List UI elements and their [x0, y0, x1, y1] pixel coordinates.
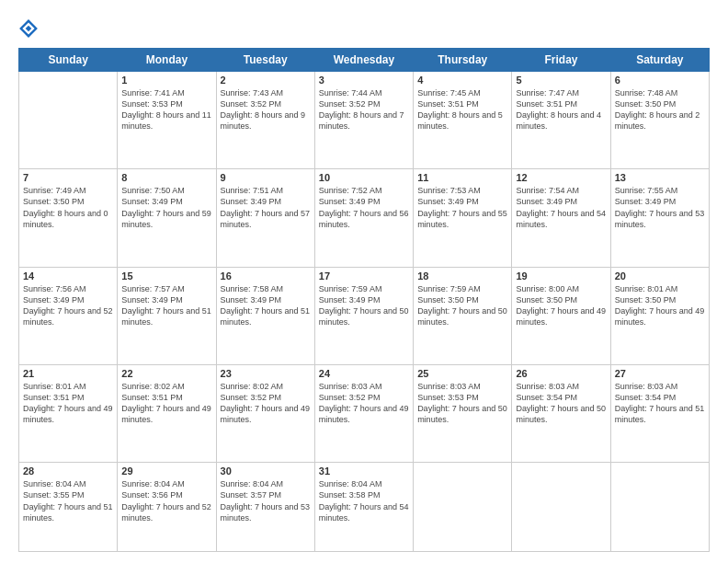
week-row-3: 14Sunrise: 7:56 AMSunset: 3:49 PMDayligh… — [19, 267, 710, 364]
day-number: 20 — [615, 270, 705, 282]
day-number: 12 — [516, 172, 606, 183]
weekday-header-thursday: Thursday — [414, 49, 512, 72]
calendar-cell: 1Sunrise: 7:41 AMSunset: 3:53 PMDaylight… — [118, 72, 216, 169]
calendar-cell: 18Sunrise: 7:59 AMSunset: 3:50 PMDayligh… — [414, 267, 512, 364]
cell-details: Sunrise: 7:59 AMSunset: 3:49 PMDaylight:… — [319, 283, 409, 328]
weekday-header-row: SundayMondayTuesdayWednesdayThursdayFrid… — [19, 49, 710, 72]
cell-details: Sunrise: 7:47 AMSunset: 3:51 PMDaylight:… — [516, 87, 606, 132]
cell-details: Sunrise: 7:59 AMSunset: 3:50 PMDaylight:… — [417, 283, 507, 328]
day-number: 13 — [615, 172, 705, 183]
cell-details: Sunrise: 8:03 AMSunset: 3:52 PMDaylight:… — [319, 381, 409, 426]
weekday-header-friday: Friday — [512, 49, 610, 72]
day-number: 26 — [516, 368, 606, 379]
calendar-cell: 25Sunrise: 8:03 AMSunset: 3:53 PMDayligh… — [414, 364, 512, 462]
cell-details: Sunrise: 8:01 AMSunset: 3:51 PMDaylight:… — [23, 381, 113, 426]
cell-details: Sunrise: 7:44 AMSunset: 3:52 PMDaylight:… — [319, 87, 409, 132]
cell-details: Sunrise: 8:03 AMSunset: 3:54 PMDaylight:… — [615, 381, 705, 426]
cell-details: Sunrise: 8:04 AMSunset: 3:55 PMDaylight:… — [23, 478, 113, 523]
day-number: 7 — [23, 172, 113, 183]
weekday-header-monday: Monday — [118, 49, 216, 72]
day-number: 16 — [221, 270, 311, 282]
cell-details: Sunrise: 7:41 AMSunset: 3:53 PMDaylight:… — [121, 87, 211, 132]
calendar-cell: 19Sunrise: 8:00 AMSunset: 3:50 PMDayligh… — [512, 267, 610, 364]
weekday-header-sunday: Sunday — [19, 49, 118, 72]
calendar-cell: 5Sunrise: 7:47 AMSunset: 3:51 PMDaylight… — [512, 72, 610, 169]
calendar-cell: 2Sunrise: 7:43 AMSunset: 3:52 PMDaylight… — [216, 72, 314, 169]
calendar-cell: 14Sunrise: 7:56 AMSunset: 3:49 PMDayligh… — [19, 267, 118, 364]
day-number: 8 — [121, 172, 211, 183]
cell-details: Sunrise: 8:03 AMSunset: 3:53 PMDaylight:… — [417, 381, 507, 426]
calendar-cell: 9Sunrise: 7:51 AMSunset: 3:49 PMDaylight… — [216, 169, 314, 267]
day-number: 25 — [417, 368, 507, 379]
cell-details: Sunrise: 8:03 AMSunset: 3:54 PMDaylight:… — [516, 381, 606, 426]
calendar-cell: 6Sunrise: 7:48 AMSunset: 3:50 PMDaylight… — [610, 72, 709, 169]
calendar-cell: 13Sunrise: 7:55 AMSunset: 3:49 PMDayligh… — [610, 169, 709, 267]
calendar-cell — [19, 72, 118, 169]
day-number: 17 — [319, 270, 409, 282]
calendar-cell: 12Sunrise: 7:54 AMSunset: 3:49 PMDayligh… — [512, 169, 610, 267]
calendar-cell: 3Sunrise: 7:44 AMSunset: 3:52 PMDaylight… — [314, 72, 413, 169]
calendar-cell: 28Sunrise: 8:04 AMSunset: 3:55 PMDayligh… — [19, 463, 118, 552]
calendar-cell: 26Sunrise: 8:03 AMSunset: 3:54 PMDayligh… — [512, 364, 610, 462]
calendar-cell: 17Sunrise: 7:59 AMSunset: 3:49 PMDayligh… — [314, 267, 413, 364]
weekday-header-wednesday: Wednesday — [314, 49, 413, 72]
cell-details: Sunrise: 8:01 AMSunset: 3:50 PMDaylight:… — [615, 283, 705, 328]
cell-details: Sunrise: 7:55 AMSunset: 3:49 PMDaylight:… — [615, 185, 705, 230]
week-row-1: 1Sunrise: 7:41 AMSunset: 3:53 PMDaylight… — [19, 72, 710, 169]
header — [18, 15, 710, 39]
day-number: 9 — [221, 172, 311, 183]
day-number: 10 — [319, 172, 409, 183]
week-row-4: 21Sunrise: 8:01 AMSunset: 3:51 PMDayligh… — [19, 364, 710, 462]
calendar-cell: 8Sunrise: 7:50 AMSunset: 3:49 PMDaylight… — [118, 169, 216, 267]
calendar-cell: 27Sunrise: 8:03 AMSunset: 3:54 PMDayligh… — [610, 364, 709, 462]
day-number: 21 — [23, 368, 113, 379]
calendar-cell: 31Sunrise: 8:04 AMSunset: 3:58 PMDayligh… — [314, 463, 413, 552]
day-number: 23 — [221, 368, 311, 379]
calendar-cell: 23Sunrise: 8:02 AMSunset: 3:52 PMDayligh… — [216, 364, 314, 462]
day-number: 1 — [121, 75, 211, 86]
cell-details: Sunrise: 7:52 AMSunset: 3:49 PMDaylight:… — [319, 185, 409, 230]
cell-details: Sunrise: 7:54 AMSunset: 3:49 PMDaylight:… — [516, 185, 606, 230]
cell-details: Sunrise: 7:58 AMSunset: 3:49 PMDaylight:… — [221, 283, 311, 328]
calendar-cell: 4Sunrise: 7:45 AMSunset: 3:51 PMDaylight… — [414, 72, 512, 169]
cell-details: Sunrise: 8:04 AMSunset: 3:58 PMDaylight:… — [319, 478, 409, 523]
cell-details: Sunrise: 7:50 AMSunset: 3:49 PMDaylight:… — [121, 185, 211, 230]
logo — [18, 18, 40, 39]
calendar-cell — [610, 463, 709, 552]
day-number: 27 — [615, 368, 705, 379]
cell-details: Sunrise: 7:45 AMSunset: 3:51 PMDaylight:… — [417, 87, 507, 132]
cell-details: Sunrise: 8:02 AMSunset: 3:51 PMDaylight:… — [121, 381, 211, 426]
cell-details: Sunrise: 8:02 AMSunset: 3:52 PMDaylight:… — [221, 381, 311, 426]
day-number: 5 — [516, 75, 606, 86]
day-number: 24 — [319, 368, 409, 379]
day-number: 28 — [23, 465, 113, 477]
cell-details: Sunrise: 7:43 AMSunset: 3:52 PMDaylight:… — [221, 87, 311, 132]
logo-icon — [18, 18, 39, 39]
cell-details: Sunrise: 7:53 AMSunset: 3:49 PMDaylight:… — [417, 185, 507, 230]
calendar-cell — [512, 463, 610, 552]
calendar-cell — [414, 463, 512, 552]
weekday-header-saturday: Saturday — [610, 49, 709, 72]
page: SundayMondayTuesdayWednesdayThursdayFrid… — [0, 0, 728, 563]
day-number: 6 — [615, 75, 705, 86]
day-number: 29 — [121, 465, 211, 477]
day-number: 30 — [221, 465, 311, 477]
calendar-cell: 21Sunrise: 8:01 AMSunset: 3:51 PMDayligh… — [19, 364, 118, 462]
day-number: 31 — [319, 465, 409, 477]
cell-details: Sunrise: 7:57 AMSunset: 3:49 PMDaylight:… — [121, 283, 211, 328]
calendar-cell: 15Sunrise: 7:57 AMSunset: 3:49 PMDayligh… — [118, 267, 216, 364]
calendar-cell: 22Sunrise: 8:02 AMSunset: 3:51 PMDayligh… — [118, 364, 216, 462]
calendar-cell: 11Sunrise: 7:53 AMSunset: 3:49 PMDayligh… — [414, 169, 512, 267]
calendar-cell: 10Sunrise: 7:52 AMSunset: 3:49 PMDayligh… — [314, 169, 413, 267]
day-number: 19 — [516, 270, 606, 282]
day-number: 2 — [221, 75, 311, 86]
calendar: SundayMondayTuesdayWednesdayThursdayFrid… — [18, 48, 710, 552]
day-number: 3 — [319, 75, 409, 86]
calendar-cell: 30Sunrise: 8:04 AMSunset: 3:57 PMDayligh… — [216, 463, 314, 552]
calendar-cell: 16Sunrise: 7:58 AMSunset: 3:49 PMDayligh… — [216, 267, 314, 364]
cell-details: Sunrise: 7:56 AMSunset: 3:49 PMDaylight:… — [23, 283, 113, 328]
week-row-2: 7Sunrise: 7:49 AMSunset: 3:50 PMDaylight… — [19, 169, 710, 267]
day-number: 15 — [121, 270, 211, 282]
calendar-cell: 7Sunrise: 7:49 AMSunset: 3:50 PMDaylight… — [19, 169, 118, 267]
calendar-cell: 20Sunrise: 8:01 AMSunset: 3:50 PMDayligh… — [610, 267, 709, 364]
